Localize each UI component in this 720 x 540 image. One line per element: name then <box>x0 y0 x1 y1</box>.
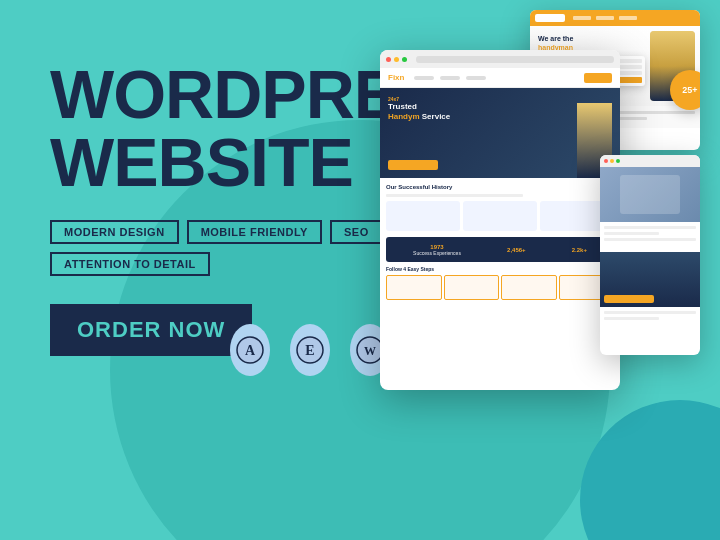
badge-modern-design: MODERN DESIGN <box>50 220 179 244</box>
svg-text:E: E <box>305 343 314 358</box>
stat-label: Success Experiences <box>413 250 461 256</box>
left-section: WORDPRESS WEBSITE MODERN DESIGN MOBILE F… <box>50 60 390 376</box>
stat-number: 2,456+ <box>507 247 526 253</box>
content-line-dec <box>386 194 523 197</box>
orange-bar-dec <box>604 295 654 303</box>
stat-item: 2,456+ <box>507 247 526 253</box>
hero-title: TrustedHandym Service <box>388 102 450 121</box>
badge-seo: SEO <box>330 220 383 244</box>
service-cards-grid <box>386 201 614 231</box>
mockup-nav: Fixn <box>380 68 620 88</box>
stat-number: 2.2k+ <box>572 247 587 253</box>
mockup-nav-links <box>414 76 486 80</box>
step-item-dec <box>386 275 442 300</box>
badge-attention-detail: ATTENTION TO DETAIL <box>50 252 210 276</box>
browser-dot-yellow <box>394 57 399 62</box>
side-line-dec <box>604 226 696 229</box>
mockup-top-nav <box>530 10 700 26</box>
tech-icons-row: A E W <box>230 324 390 376</box>
step-item-dec <box>501 275 557 300</box>
steps-title: Follow 4 Easy Steps <box>386 266 614 272</box>
browser-dot-red <box>386 57 391 62</box>
side-content-2 <box>600 307 700 327</box>
section-title: Our Successful History <box>386 184 614 190</box>
badge-mobile-friendly: MOBILE FRIENDLY <box>187 220 322 244</box>
side-line-dec <box>604 238 696 241</box>
side-content-1 <box>600 222 700 248</box>
side-browser-bar <box>600 155 700 167</box>
side-line-dec <box>604 311 696 314</box>
hero-line1: We are the <box>538 35 573 42</box>
nav-link-dec <box>573 16 591 20</box>
hero-text-block: 24x7 TrustedHandym Service <box>388 96 450 121</box>
dot-green <box>616 159 620 163</box>
browser-bar <box>380 50 620 68</box>
service-card-dec <box>386 201 460 231</box>
nav-cta-dec <box>584 73 612 83</box>
elementor-logo-svg: E <box>296 336 324 364</box>
browser-url-bar <box>416 56 614 63</box>
mockup-side-browser <box>600 155 700 355</box>
stat-item: 2.2k+ <box>572 247 587 253</box>
dot-red <box>604 159 608 163</box>
mockup-main-browser: Fixn 24x7 TrustedHandym Service Our Succ… <box>380 50 620 390</box>
nav-link-dec <box>466 76 486 80</box>
side-img-2 <box>600 252 700 307</box>
astra-logo-svg: A <box>236 336 264 364</box>
nav-link-dec <box>619 16 637 20</box>
nav-link-dec <box>596 16 614 20</box>
dot-yellow <box>610 159 614 163</box>
stats-bar: 1973 Success Experiences 2,456+ 2.2k+ <box>386 237 614 262</box>
mockup-top-logo <box>535 14 565 22</box>
steps-grid <box>386 275 614 300</box>
request-services-btn-dec <box>388 160 438 170</box>
mockup-section: We are the handyman you can trust. 25+ <box>380 10 700 530</box>
svg-text:W: W <box>364 344 376 358</box>
stat-item: 1973 Success Experiences <box>413 244 461 256</box>
nav-link-dec <box>440 76 460 80</box>
mockup-content: Our Successful History 1973 Success Expe… <box>380 178 620 306</box>
side-line-dec <box>604 317 659 320</box>
badge-number: 25+ <box>682 85 697 95</box>
badges-container: MODERN DESIGN MOBILE FRIENDLY SEO ATTENT… <box>50 220 390 276</box>
mockup-logo: Fixn <box>388 73 404 82</box>
nav-link-dec <box>414 76 434 80</box>
step-item-dec <box>444 275 500 300</box>
astra-icon: A <box>230 324 270 376</box>
browser-dot-green <box>402 57 407 62</box>
elementor-icon: E <box>290 324 330 376</box>
title-line2: WEBSITE <box>50 124 353 200</box>
svg-text:A: A <box>245 343 256 358</box>
service-card-dec <box>463 201 537 231</box>
side-line-dec <box>604 232 659 235</box>
mockup-hero: 24x7 TrustedHandym Service <box>380 88 620 178</box>
main-title: WORDPRESS WEBSITE <box>50 60 390 196</box>
order-now-button[interactable]: ORDER NOW <box>50 304 252 356</box>
side-img-1 <box>600 167 700 222</box>
